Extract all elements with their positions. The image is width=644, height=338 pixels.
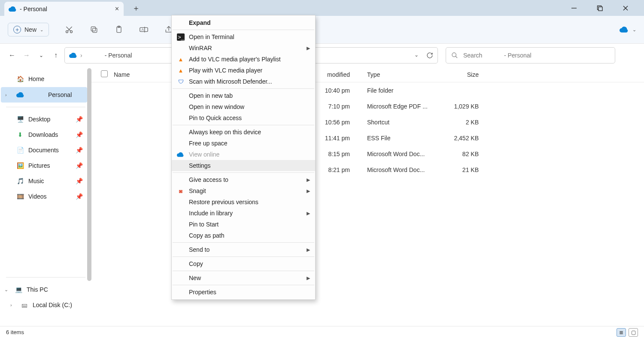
divider: [6, 107, 85, 107]
copy-icon[interactable]: [89, 25, 99, 34]
ctx-free-up-space[interactable]: Free up space: [172, 138, 315, 149]
new-button[interactable]: + New ⌄: [8, 23, 49, 36]
ctx-copy-path[interactable]: Copy as path: [172, 230, 315, 241]
sidebar-downloads[interactable]: ⬇ Downloads 📌: [0, 127, 91, 142]
onedrive-icon: [16, 92, 24, 97]
ctx-open-terminal[interactable]: >_Open in Terminal: [172, 31, 315, 42]
recent-dropdown[interactable]: ⌄: [35, 52, 47, 58]
pin-icon[interactable]: 📌: [76, 193, 83, 200]
documents-icon: 📄: [16, 147, 24, 154]
sidebar-item-label: Pictures: [28, 162, 50, 169]
pin-icon[interactable]: 📌: [76, 178, 83, 184]
sidebar: 🏠 Home › Personal 🖥️ Desktop 📌 ⬇ Downloa…: [0, 67, 91, 333]
svg-text:A: A: [142, 28, 144, 32]
search-input[interactable]: [462, 51, 610, 59]
ctx-send-to[interactable]: Send to▶: [172, 244, 315, 255]
ctx-pin-start[interactable]: Pin to Start: [172, 219, 315, 230]
sidebar-item-label: Documents: [28, 147, 59, 154]
chevron-right-icon[interactable]: ›: [5, 92, 7, 97]
sidebar-home[interactable]: 🏠 Home: [0, 71, 91, 87]
cell-size: 21 KB: [436, 166, 479, 173]
tab-title: - Personal: [20, 6, 47, 12]
cell-type: ESS File: [367, 135, 436, 142]
pictures-icon: 🖼️: [16, 162, 24, 169]
refresh-button[interactable]: [426, 52, 433, 59]
shield-icon: 🛡: [177, 78, 185, 85]
snagit-icon: ◙: [177, 188, 185, 194]
sidebar-localdisk[interactable]: › 🖴 Local Disk (C:): [0, 297, 91, 313]
chevron-down-icon[interactable]: ⌄: [632, 27, 636, 33]
sidebar-pictures[interactable]: 🖼️ Pictures 📌: [0, 158, 91, 173]
ctx-expand[interactable]: Expand: [172, 17, 315, 28]
pin-icon[interactable]: 📌: [76, 116, 83, 123]
close-window-button[interactable]: [623, 5, 635, 11]
sidebar-onedrive-personal[interactable]: › Personal: [1, 87, 87, 103]
sidebar-item-label: Home: [28, 75, 44, 82]
column-type[interactable]: Type: [367, 71, 436, 78]
ctx-view-online: View online: [172, 149, 315, 160]
sidebar-documents[interactable]: 📄 Documents 📌: [0, 142, 91, 158]
cell-size: 2 KB: [436, 119, 479, 126]
chevron-down-icon[interactable]: ⌄: [4, 287, 8, 293]
sidebar-thispc[interactable]: ⌄ 💻 This PC: [0, 282, 91, 297]
column-size[interactable]: Size: [436, 71, 479, 78]
ctx-vlc-add[interactable]: ▲Add to VLC media player's Playlist: [172, 54, 315, 65]
ctx-properties[interactable]: Properties: [172, 287, 315, 298]
onedrive-icon: [177, 152, 185, 157]
ctx-include-library[interactable]: Include in library▶: [172, 208, 315, 219]
ctx-settings[interactable]: Settings: [172, 160, 315, 171]
view-icons-button[interactable]: ▢: [629, 328, 638, 337]
onedrive-icon: [69, 53, 77, 58]
chevron-right-icon[interactable]: ›: [10, 302, 12, 308]
search-bar[interactable]: [446, 47, 615, 63]
sidebar-item-label: Music: [28, 178, 44, 184]
maximize-button[interactable]: [597, 5, 610, 11]
sidebar-item-label: Personal: [48, 91, 72, 98]
select-all-checkbox[interactable]: [101, 70, 108, 77]
close-icon[interactable]: ✕: [115, 6, 119, 12]
up-button[interactable]: ↑: [50, 51, 62, 59]
context-menu: Expand >_Open in Terminal WinRAR▶ ▲Add t…: [171, 15, 316, 300]
ctx-open-new-tab[interactable]: Open in new tab: [172, 90, 315, 101]
ctx-vlc-play[interactable]: ▲Play with VLC media player: [172, 65, 315, 76]
cell-size: 2,452 KB: [436, 135, 479, 142]
ctx-new[interactable]: New▶: [172, 272, 315, 284]
new-tab-button[interactable]: ＋: [130, 3, 143, 13]
home-icon: 🏠: [16, 75, 24, 82]
sidebar-desktop[interactable]: 🖥️ Desktop 📌: [0, 112, 91, 127]
ctx-restore-versions[interactable]: Restore previous versions: [172, 196, 315, 208]
divider: [173, 172, 314, 173]
ctx-winrar[interactable]: WinRAR▶: [172, 42, 315, 54]
paste-icon[interactable]: [114, 25, 124, 34]
ctx-always-keep[interactable]: Always keep on this device: [172, 127, 315, 138]
ctx-give-access[interactable]: Give access to▶: [172, 174, 315, 185]
cell-type: Microsoft Word Doc...: [367, 151, 436, 157]
tab-active[interactable]: - Personal ✕: [4, 2, 124, 16]
sidebar-videos[interactable]: 🎞️ Videos 📌: [0, 189, 91, 204]
onedrive-status-icon[interactable]: [620, 27, 628, 33]
forward-button[interactable]: →: [21, 51, 33, 59]
pin-icon[interactable]: 📌: [76, 162, 83, 169]
submenu-arrow-icon: ▶: [307, 211, 310, 216]
minimize-button[interactable]: [571, 5, 584, 11]
submenu-arrow-icon: ▶: [307, 247, 310, 253]
divider: [173, 88, 314, 89]
vlc-icon: ▲: [177, 67, 185, 74]
rename-icon[interactable]: A: [139, 25, 149, 34]
pin-icon[interactable]: 📌: [76, 131, 83, 138]
pin-icon[interactable]: 📌: [76, 147, 83, 154]
ctx-snagit[interactable]: ◙Snagit▶: [172, 185, 315, 196]
sidebar-music[interactable]: 🎵 Music 📌: [0, 173, 91, 189]
ctx-pin-quick-access[interactable]: Pin to Quick access: [172, 112, 315, 124]
ctx-copy[interactable]: Copy: [172, 258, 315, 269]
ctx-open-new-window[interactable]: Open in new window: [172, 101, 315, 112]
cut-icon[interactable]: [64, 25, 74, 34]
scrollbar-thumb[interactable]: [87, 68, 91, 281]
back-button[interactable]: ←: [6, 51, 18, 59]
divider: [173, 285, 314, 285]
address-dropdown[interactable]: ⌄: [414, 52, 419, 59]
music-icon: 🎵: [16, 178, 24, 184]
ctx-defender[interactable]: 🛡Scan with Microsoft Defender...: [172, 76, 315, 87]
view-details-button[interactable]: ≣: [617, 328, 626, 337]
divider: [173, 257, 314, 257]
